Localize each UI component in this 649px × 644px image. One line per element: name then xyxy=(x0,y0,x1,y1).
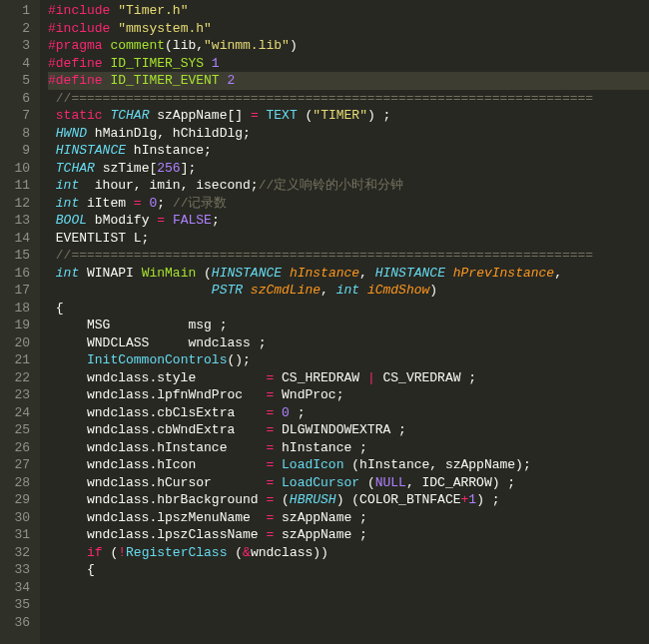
token: ; xyxy=(212,213,220,228)
token: (lib, xyxy=(165,38,204,53)
token: & xyxy=(243,545,251,560)
code-line[interactable]: #include "mmsystem.h" xyxy=(48,20,649,38)
code-line[interactable]: int ihour, imin, isecond;//定义响铃的小时和分钟 xyxy=(48,177,649,195)
token: wndclass.hInstance xyxy=(48,440,266,455)
line-number: 8 xyxy=(6,125,30,143)
token: CS_HREDRAW xyxy=(274,370,367,385)
token: hInstance ; xyxy=(274,440,367,455)
line-number: 31 xyxy=(6,526,30,544)
code-line[interactable]: #include "Timer.h" xyxy=(48,2,649,20)
token xyxy=(48,161,56,176)
line-number: 16 xyxy=(6,265,30,283)
token: "Timer.h" xyxy=(118,3,188,18)
token: BOOL xyxy=(56,213,87,228)
token: ( xyxy=(359,475,375,490)
code-area[interactable]: #include "Timer.h"#include "mmsystem.h"#… xyxy=(40,0,649,644)
line-number: 3 xyxy=(6,37,30,55)
code-line[interactable]: wndclass.hCursor = LoadCursor (NULL, IDC… xyxy=(48,474,649,492)
code-line[interactable]: wndclass.hInstance = hInstance ; xyxy=(48,439,649,457)
token xyxy=(48,213,56,228)
token: wndclass.cbClsExtra xyxy=(48,405,266,420)
token: wndclass.lpszClassName xyxy=(48,527,266,542)
token: PSTR xyxy=(212,283,243,298)
code-line[interactable]: WNDCLASS wndclass ; xyxy=(48,334,649,352)
code-line[interactable]: wndclass.hbrBackground = (HBRUSH) (COLOR… xyxy=(48,491,649,509)
token xyxy=(48,143,56,158)
line-number: 1 xyxy=(6,2,30,20)
line-number: 2 xyxy=(6,20,30,38)
token xyxy=(259,108,267,123)
code-line[interactable]: { xyxy=(48,561,649,579)
code-line[interactable]: static TCHAR szAppName[] = TEXT ("TIMER"… xyxy=(48,107,649,125)
line-number: 21 xyxy=(6,351,30,369)
code-line[interactable]: InitCommonControls(); xyxy=(48,351,649,369)
code-line[interactable]: wndclass.style = CS_HREDRAW | CS_VREDRAW… xyxy=(48,369,649,387)
code-line[interactable]: EVENTLIST L; xyxy=(48,230,649,248)
token: ihour, imin, isecond; xyxy=(79,178,258,193)
token: HINSTANCE xyxy=(212,266,282,281)
code-line[interactable]: wndclass.lpszMenuName = szAppName ; xyxy=(48,509,649,527)
line-number: 9 xyxy=(6,142,30,160)
code-line[interactable]: if (!RegisterClass (&wndclass)) xyxy=(48,544,649,562)
token: FALSE xyxy=(173,213,212,228)
code-line[interactable]: TCHAR szTime[256]; xyxy=(48,160,649,178)
line-number: 5 xyxy=(6,72,30,90)
code-line[interactable]: wndclass.cbWndExtra = DLGWINDOWEXTRA ; xyxy=(48,421,649,439)
token: ) (COLOR_BTNFACE xyxy=(336,492,461,507)
token: ( xyxy=(274,492,290,507)
code-line[interactable]: MSG msg ; xyxy=(48,317,649,334)
token: hMainDlg, hChildDlg; xyxy=(87,126,251,141)
token xyxy=(48,126,56,141)
token: WINAPI xyxy=(79,266,141,281)
code-line[interactable]: wndclass.hIcon = LoadIcon (hInstance, sz… xyxy=(48,456,649,474)
line-number: 33 xyxy=(6,561,30,579)
token: WndProc; xyxy=(274,387,343,402)
code-line[interactable]: wndclass.cbClsExtra = 0 ; xyxy=(48,404,649,422)
token: LoadIcon xyxy=(282,457,343,472)
code-line[interactable]: #define ID_TIMER_SYS 1 xyxy=(48,55,649,73)
code-line[interactable]: #define ID_TIMER_EVENT 2 xyxy=(48,72,649,90)
token: wndclass.style xyxy=(48,370,266,385)
code-line[interactable]: HINSTANCE hInstance; xyxy=(48,142,649,160)
token: RegisterClass xyxy=(126,545,227,560)
line-number-gutter: 1234567891011121314151617181920212223242… xyxy=(0,0,40,644)
code-line[interactable]: //======================================… xyxy=(48,90,649,108)
token xyxy=(48,178,56,193)
token: //======================================… xyxy=(56,248,593,263)
token xyxy=(48,352,87,367)
token xyxy=(165,213,173,228)
token xyxy=(274,475,282,490)
token xyxy=(48,545,87,560)
token: iCmdShow xyxy=(367,283,429,298)
code-line[interactable]: wndclass.lpszClassName = szAppName ; xyxy=(48,526,649,544)
code-line[interactable]: { xyxy=(48,300,649,318)
token: ( xyxy=(103,545,119,560)
token xyxy=(445,266,453,281)
token: LoadCursor xyxy=(282,475,359,490)
token: #define xyxy=(48,56,103,71)
token: ID_TIMER_EVENT xyxy=(110,73,219,88)
code-line[interactable]: PSTR szCmdLine, int iCmdShow) xyxy=(48,282,649,300)
code-line[interactable]: int WINAPI WinMain (HINSTANCE hInstance,… xyxy=(48,265,649,283)
token xyxy=(359,283,367,298)
line-number: 15 xyxy=(6,247,30,265)
token: hInstance xyxy=(290,266,359,281)
code-line[interactable]: BOOL bModify = FALSE; xyxy=(48,212,649,230)
token: ! xyxy=(118,545,126,560)
code-line[interactable]: #pragma comment(lib,"winmm.lib") xyxy=(48,37,649,55)
token: = xyxy=(157,213,165,228)
token: ( xyxy=(298,108,314,123)
code-line[interactable]: int iItem = 0; //记录数 xyxy=(48,195,649,213)
token: HINSTANCE xyxy=(375,266,445,281)
code-line[interactable]: //======================================… xyxy=(48,247,649,265)
token: wndclass.lpszMenuName xyxy=(48,510,266,525)
code-line[interactable]: wndclass.lpfnWndProc = WndProc; xyxy=(48,386,649,404)
token: szCmdLine xyxy=(251,283,321,298)
token: if xyxy=(87,545,103,560)
code-line[interactable]: HWND hMainDlg, hChildDlg; xyxy=(48,125,649,143)
token: #define xyxy=(48,73,103,88)
line-number: 23 xyxy=(6,386,30,404)
token: HWND xyxy=(56,126,87,141)
token xyxy=(48,108,56,123)
token: "TIMER" xyxy=(313,108,367,123)
